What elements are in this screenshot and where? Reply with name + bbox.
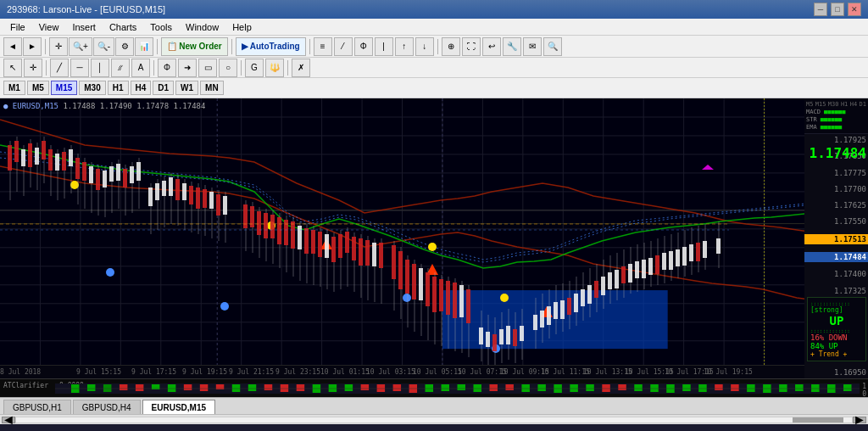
tb-properties[interactable]: ⚙ xyxy=(115,37,134,56)
scroll-left-btn[interactable]: ◄ xyxy=(2,417,15,423)
svg-rect-211 xyxy=(587,285,592,304)
scroll-right-btn[interactable]: ► xyxy=(853,417,866,423)
draw-line[interactable]: ╱ xyxy=(50,59,69,77)
chart-container[interactable]: ● EURUSD,M15 1.17488 1.17490 1.17478 1.1… xyxy=(0,98,804,378)
tf-m1[interactable]: M1 xyxy=(3,81,25,95)
tf-w1[interactable]: W1 xyxy=(175,81,198,95)
svg-rect-245 xyxy=(703,241,707,258)
oscillator-name: ATClarifier xyxy=(3,382,48,389)
time-label-8: 10 Jul 03:15 xyxy=(366,368,415,376)
tf-d1[interactable]: D1 xyxy=(153,81,174,95)
tb-chart-type[interactable]: 📊 xyxy=(135,37,153,56)
tb-full[interactable]: ⛶ xyxy=(462,37,481,56)
svg-rect-207 xyxy=(574,294,578,312)
tb-zoom-chart[interactable]: ⊕ xyxy=(442,37,460,56)
svg-rect-125 xyxy=(277,217,281,244)
tab-eurusd-m15[interactable]: EURUSD,M15 xyxy=(142,400,215,414)
close-button[interactable]: ✕ xyxy=(848,3,861,16)
svg-rect-235 xyxy=(669,251,673,270)
time-label-16: 10 Jul 19:15 xyxy=(704,368,753,376)
tf-m5[interactable]: M5 xyxy=(27,81,49,95)
svg-rect-53 xyxy=(14,141,19,162)
svg-rect-221 xyxy=(621,266,626,283)
menu-help[interactable]: Help xyxy=(225,20,259,34)
tb-indicators[interactable]: ≡ xyxy=(314,37,332,56)
draw-crosshair[interactable]: ✛ xyxy=(24,59,42,77)
draw-arrow[interactable]: ➜ xyxy=(178,59,197,77)
svg-rect-283 xyxy=(586,384,593,391)
tb-undo[interactable]: ↩ xyxy=(482,37,501,56)
tf-h4[interactable]: H4 xyxy=(131,81,152,95)
svg-rect-209 xyxy=(581,289,585,306)
tb-crosshair[interactable]: ✛ xyxy=(49,37,68,56)
tb-email[interactable]: ✉ xyxy=(523,37,542,56)
scroll-thumb[interactable] xyxy=(793,417,843,423)
indicator-dots-panel: M5 M15 M30 H1 H4 D1 MACD ■■■■■■ STR ■■■■… xyxy=(804,98,868,134)
draw-text[interactable]: A xyxy=(131,59,150,77)
tf-h1[interactable]: H1 xyxy=(108,81,129,95)
maximize-button[interactable]: □ xyxy=(831,3,844,16)
svg-rect-37 xyxy=(442,290,668,349)
svg-rect-243 xyxy=(696,243,700,261)
tb-zoom-in[interactable]: 🔍+ xyxy=(69,37,92,56)
scroll-track[interactable] xyxy=(15,417,853,423)
draw-channel[interactable]: ⫽ xyxy=(111,59,130,77)
timeframe-toolbar: M1 M5 M15 M30 H1 H4 D1 W1 MN xyxy=(0,78,868,98)
sep-d3 xyxy=(241,60,242,76)
svg-rect-127 xyxy=(284,220,288,245)
svg-rect-139 xyxy=(325,234,329,258)
menu-window[interactable]: Window xyxy=(179,20,225,34)
autotrading-button[interactable]: ▶ AutoTrading xyxy=(236,37,306,56)
sig-pct-down-val: 16% xyxy=(810,333,824,342)
tb-settings2[interactable]: 🔧 xyxy=(503,37,521,56)
tb-trendline[interactable]: ∕ xyxy=(334,37,353,56)
svg-rect-101 xyxy=(182,183,186,200)
tb-arrow-dn[interactable]: ↓ xyxy=(415,37,434,56)
tb-zoom-out[interactable]: 🔍- xyxy=(93,37,114,56)
new-order-button[interactable]: 📋 New Order xyxy=(161,37,228,56)
sig-pct-up-val: 84% xyxy=(810,342,824,350)
sep4 xyxy=(309,39,310,54)
menu-view[interactable]: View xyxy=(32,20,66,34)
draw-hline[interactable]: ─ xyxy=(70,59,89,77)
horizontal-scrollbar[interactable]: ◄ ► xyxy=(0,414,868,424)
tb-fibo[interactable]: Φ xyxy=(354,37,373,56)
draw-fibo[interactable]: Φ xyxy=(158,59,176,77)
draw-ellipse[interactable]: ○ xyxy=(219,59,237,77)
tb-back[interactable]: ◄ xyxy=(3,37,22,56)
draw-cursor[interactable]: ↖ xyxy=(3,59,22,77)
macd-row: MACD ■■■■■■ xyxy=(806,109,866,115)
draw-gann[interactable]: G xyxy=(245,59,264,77)
time-label-6: 9 Jul 23:15 xyxy=(275,368,320,376)
svg-rect-89 xyxy=(136,162,141,181)
tb-arrow-up[interactable]: ↑ xyxy=(395,37,414,56)
tb-forward[interactable]: ► xyxy=(23,37,42,56)
svg-rect-255 xyxy=(136,384,143,391)
svg-rect-285 xyxy=(618,384,626,390)
tf-m30[interactable]: M30 xyxy=(79,81,105,95)
draw-andrews[interactable]: 🔱 xyxy=(265,59,284,77)
svg-rect-69 xyxy=(69,149,73,166)
tab-gbpusd-h4[interactable]: GBPUSD,H4 xyxy=(73,400,141,414)
svg-rect-133 xyxy=(304,228,309,254)
time-label-1: 8 Jul 2018 xyxy=(0,368,41,376)
signal-panel: ::::::::::::: [strong] UP ::::::::::::: … xyxy=(807,297,866,361)
price-1: 1.17925 xyxy=(804,136,868,144)
svg-rect-199 xyxy=(547,306,551,325)
draw-rect[interactable]: ▭ xyxy=(198,59,217,77)
menu-tools[interactable]: Tools xyxy=(143,20,179,34)
tb-search[interactable]: 🔍 xyxy=(543,37,562,56)
tf-m15[interactable]: M15 xyxy=(51,81,77,95)
draw-delete[interactable]: ✗ xyxy=(292,59,310,77)
svg-rect-117 xyxy=(250,206,254,227)
menu-insert[interactable]: Insert xyxy=(65,20,103,34)
tb-period-sep[interactable]: | xyxy=(375,37,393,56)
svg-rect-225 xyxy=(635,261,639,278)
svg-rect-173 xyxy=(446,281,450,315)
menu-file[interactable]: File xyxy=(3,20,32,34)
menu-charts[interactable]: Charts xyxy=(103,20,143,34)
tf-mn[interactable]: MN xyxy=(200,81,224,95)
draw-vline[interactable]: │ xyxy=(91,59,109,77)
time-label-2: 9 Jul 15:15 xyxy=(76,368,121,376)
minimize-button[interactable]: ─ xyxy=(814,3,827,16)
